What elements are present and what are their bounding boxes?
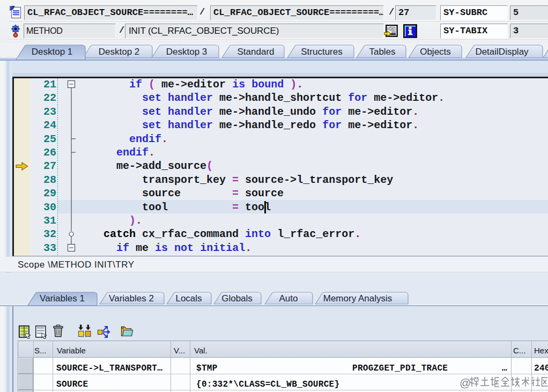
svg-text:DetailDisplay: DetailDisplay	[475, 47, 529, 57]
svg-text:Variables 1: Variables 1	[40, 293, 85, 304]
svg-text:Desktop 3: Desktop 3	[166, 47, 208, 57]
svg-text:Locals: Locals	[175, 293, 202, 304]
svg-text:Structures: Structures	[301, 47, 342, 57]
svg-text:Tables: Tables	[369, 47, 395, 57]
svg-text:Objects: Objects	[420, 47, 451, 57]
svg-text:Auto: Auto	[279, 293, 298, 304]
svg-text:Standard: Standard	[238, 47, 275, 57]
svg-text:Desktop 2: Desktop 2	[99, 47, 140, 57]
svg-text:Variables 2: Variables 2	[109, 293, 154, 304]
svg-text:Globals: Globals	[221, 293, 253, 304]
svg-text:Desktop 1: Desktop 1	[32, 47, 73, 57]
svg-text:Memory Analysis: Memory Analysis	[323, 293, 392, 304]
svg-text:@: @	[460, 376, 471, 389]
